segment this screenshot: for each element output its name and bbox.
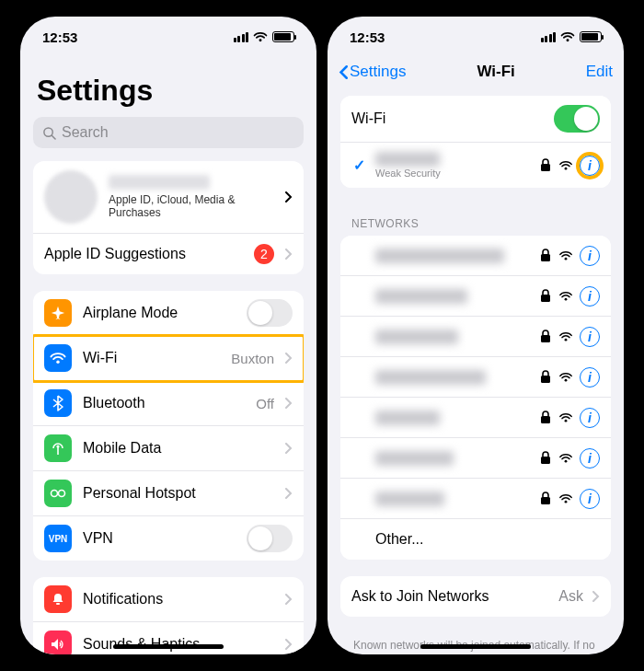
chevron-right-icon bbox=[285, 594, 293, 605]
row-label: Bluetooth bbox=[83, 395, 245, 411]
info-button[interactable]: i bbox=[580, 246, 600, 266]
airplane-icon bbox=[44, 299, 72, 327]
status-time: 12:53 bbox=[350, 29, 385, 45]
info-button[interactable]: i bbox=[580, 489, 600, 509]
settings-screen: 12:53 Settings Search Apple ID, iCloud, … bbox=[20, 17, 316, 654]
wifi-row[interactable]: Wi-Fi Buxton bbox=[33, 336, 304, 381]
wifi-toggle[interactable] bbox=[554, 105, 600, 133]
chevron-right-icon bbox=[285, 398, 293, 409]
row-label: Airplane Mode bbox=[83, 305, 236, 321]
status-time: 12:53 bbox=[42, 29, 77, 45]
info-button[interactable]: i bbox=[580, 367, 600, 388]
edit-button[interactable]: Edit bbox=[586, 63, 613, 81]
info-button[interactable]: i bbox=[580, 327, 600, 347]
wifi-toggle-label: Wi-Fi bbox=[351, 110, 545, 127]
network-row[interactable]: i bbox=[340, 317, 611, 357]
navbar: Settings Wi-Fi Edit bbox=[328, 57, 624, 90]
other-row[interactable]: Other... bbox=[340, 519, 611, 560]
wifi-icon bbox=[44, 344, 72, 372]
network-row[interactable]: i bbox=[340, 398, 611, 438]
back-button[interactable]: Settings bbox=[339, 63, 406, 81]
notifications-row[interactable]: Notifications bbox=[33, 577, 304, 622]
row-value: Buxton bbox=[231, 351, 274, 366]
svg-point-3 bbox=[56, 445, 59, 447]
vpn-toggle[interactable] bbox=[247, 525, 293, 552]
apple-id-suggestions-row[interactable]: Apple ID Suggestions 2 bbox=[33, 234, 304, 274]
network-row[interactable]: i bbox=[340, 479, 611, 519]
weak-security-label: Weak Security bbox=[375, 168, 530, 179]
home-indicator[interactable] bbox=[420, 644, 531, 649]
lock-icon bbox=[539, 411, 552, 424]
lock-icon bbox=[539, 289, 552, 303]
row-label: Apple ID Suggestions bbox=[44, 246, 243, 262]
chevron-right-icon bbox=[285, 488, 293, 499]
status-bar: 12:53 bbox=[328, 17, 624, 57]
networks-group: i i i bbox=[340, 236, 611, 560]
check-icon: ✓ bbox=[351, 156, 366, 174]
nav-title: Wi-Fi bbox=[477, 63, 514, 81]
wifi-status-icon bbox=[253, 31, 268, 42]
speaker-icon bbox=[44, 631, 72, 654]
airplane-toggle[interactable] bbox=[247, 299, 293, 327]
network-name-redacted bbox=[375, 152, 440, 167]
home-indicator[interactable] bbox=[113, 644, 224, 649]
search-icon bbox=[42, 126, 56, 140]
lock-icon bbox=[539, 249, 552, 262]
system-group: Notifications Sounds & Haptics Focus bbox=[33, 577, 304, 654]
info-button[interactable]: i bbox=[580, 448, 600, 469]
chevron-right-icon bbox=[285, 353, 293, 364]
network-row[interactable]: i bbox=[340, 236, 611, 276]
signal-icon bbox=[541, 32, 557, 42]
svg-rect-6 bbox=[56, 603, 60, 605]
suggestions-badge: 2 bbox=[254, 244, 274, 264]
sounds-row[interactable]: Sounds & Haptics bbox=[33, 622, 304, 654]
vpn-row[interactable]: VPN VPN bbox=[33, 516, 304, 561]
network-row[interactable]: i bbox=[340, 357, 611, 398]
ask-label: Ask to Join Networks bbox=[351, 588, 549, 605]
chevron-right-icon bbox=[285, 639, 293, 650]
wifi-status-icon bbox=[560, 31, 575, 42]
info-button[interactable]: i bbox=[580, 156, 600, 176]
bell-icon bbox=[44, 585, 72, 613]
bluetooth-row[interactable]: Bluetooth Off bbox=[33, 381, 304, 426]
network-name-redacted bbox=[375, 492, 444, 506]
antenna-icon bbox=[44, 434, 72, 462]
info-button[interactable]: i bbox=[580, 408, 600, 428]
row-label: Wi-Fi bbox=[83, 350, 220, 366]
wifi-icon bbox=[559, 160, 572, 170]
chevron-right-icon bbox=[285, 443, 293, 454]
network-name-redacted bbox=[375, 330, 458, 344]
bluetooth-icon bbox=[44, 389, 72, 417]
connectivity-group: Airplane Mode Wi-Fi Buxton Bluetooth Off bbox=[33, 291, 304, 561]
network-name-redacted bbox=[375, 411, 440, 425]
mobile-data-row[interactable]: Mobile Data bbox=[33, 426, 304, 471]
wifi-toggle-row: Wi-Fi bbox=[340, 96, 611, 143]
network-row[interactable]: i bbox=[340, 438, 611, 479]
vpn-icon: VPN bbox=[44, 525, 72, 552]
row-value: Off bbox=[256, 396, 274, 411]
page-title: Settings bbox=[37, 74, 304, 108]
network-name-redacted bbox=[375, 249, 504, 263]
chevron-right-icon bbox=[285, 249, 293, 260]
svg-point-5 bbox=[59, 491, 65, 497]
networks-header: NETWORKS bbox=[340, 204, 611, 236]
network-row[interactable]: i bbox=[340, 276, 611, 317]
row-label: Personal Hotspot bbox=[83, 485, 274, 502]
apple-id-row[interactable]: Apple ID, iCloud, Media & Purchases bbox=[33, 161, 304, 234]
info-button[interactable]: i bbox=[580, 286, 600, 307]
hotspot-icon bbox=[44, 480, 72, 507]
wifi-icon bbox=[559, 493, 572, 503]
search-input[interactable]: Search bbox=[33, 117, 304, 148]
airplane-mode-row[interactable]: Airplane Mode bbox=[33, 291, 304, 336]
network-name-redacted bbox=[375, 451, 454, 466]
connected-network-row[interactable]: ✓ Weak Security i bbox=[340, 143, 611, 188]
wifi-icon bbox=[559, 453, 572, 463]
lock-icon bbox=[539, 370, 552, 384]
wifi-icon bbox=[559, 291, 572, 301]
lock-icon bbox=[539, 492, 552, 505]
hotspot-row[interactable]: Personal Hotspot bbox=[33, 471, 304, 516]
back-label: Settings bbox=[350, 63, 406, 81]
other-label: Other... bbox=[375, 531, 600, 548]
wifi-icon bbox=[559, 412, 572, 422]
ask-to-join-row[interactable]: Ask to Join Networks Ask bbox=[340, 576, 611, 617]
